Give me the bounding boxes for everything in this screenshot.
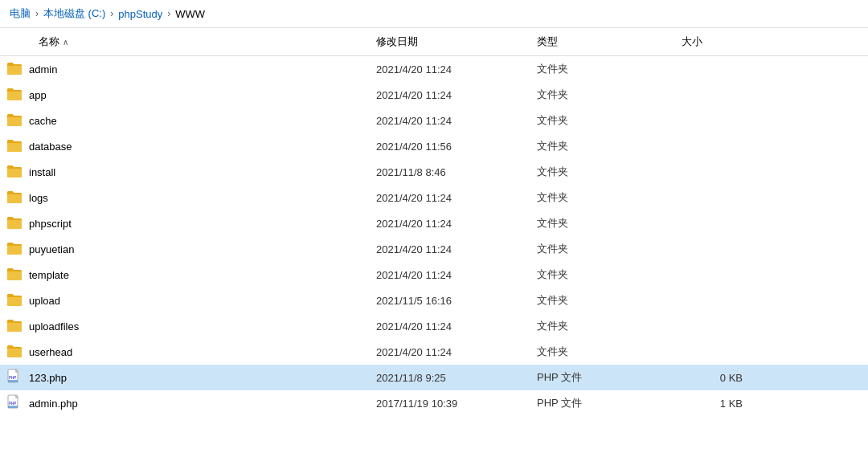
file-name-cell: database — [0, 138, 370, 155]
folder-icon — [6, 61, 23, 78]
file-type: 文件夹 — [530, 267, 675, 282]
php-file-icon: PHP — [6, 394, 23, 413]
breadcrumb-c[interactable]: 本地磁盘 (C:) — [43, 6, 105, 21]
file-size: 0 KB — [675, 372, 755, 384]
file-date: 2021/4/20 11:24 — [370, 269, 530, 281]
file-row[interactable]: upload 2021/11/5 16:16 文件夹 — [0, 288, 868, 313]
col-header-size[interactable]: 大小 — [675, 31, 755, 52]
file-name-cell: PHP 123.php — [0, 369, 370, 387]
folder-icon — [6, 267, 23, 284]
file-date: 2021/11/8 9:25 — [370, 372, 530, 384]
file-type: 文件夹 — [530, 62, 675, 76]
file-name: upload — [29, 295, 60, 307]
file-row[interactable]: database 2021/4/20 11:56 文件夹 — [0, 133, 868, 159]
file-type: 文件夹 — [530, 88, 675, 102]
file-name-cell: logs — [0, 190, 370, 206]
file-type: 文件夹 — [530, 319, 675, 333]
file-row[interactable]: install 2021/11/8 8:46 文件夹 — [0, 159, 868, 185]
file-date: 2021/4/20 11:56 — [370, 141, 530, 153]
file-name-cell: uploadfiles — [0, 318, 370, 335]
col-header-type[interactable]: 类型 — [530, 31, 675, 52]
file-name: userhead — [29, 346, 72, 358]
file-date: 2021/11/8 8:46 — [370, 166, 530, 178]
col-header-name[interactable]: 名称 ∧ — [0, 31, 370, 52]
folder-icon — [6, 292, 23, 309]
folder-icon — [6, 164, 23, 181]
file-name: install — [29, 166, 55, 178]
file-row[interactable]: app 2021/4/20 11:24 文件夹 — [0, 82, 868, 108]
file-date: 2021/4/20 11:24 — [370, 63, 530, 75]
file-date: 2021/4/20 11:24 — [370, 192, 530, 204]
file-row[interactable]: admin 2021/4/20 11:24 文件夹 — [0, 56, 868, 82]
svg-text:PHP: PHP — [9, 376, 16, 380]
sort-arrow-icon: ∧ — [63, 38, 68, 47]
file-date: 2021/11/5 16:16 — [370, 295, 530, 307]
file-name-cell: upload — [0, 292, 370, 309]
svg-text:PHP: PHP — [9, 402, 16, 406]
file-name: database — [29, 141, 72, 153]
file-row[interactable]: phpscript 2021/4/20 11:24 文件夹 — [0, 210, 868, 236]
folder-icon — [6, 215, 23, 232]
php-file-icon: PHP — [6, 369, 23, 387]
file-name-cell: template — [0, 267, 370, 284]
file-name-cell: puyuetian — [0, 241, 370, 258]
file-name: admin — [29, 63, 57, 75]
folder-icon — [6, 138, 23, 155]
breadcrumb-bar: 电脑 › 本地磁盘 (C:) › phpStudy › WWW — [0, 0, 868, 28]
file-explorer: 名称 ∧ 修改日期 类型 大小 admin 2021/4/20 11:24 文件… — [0, 28, 868, 455]
file-row[interactable]: puyuetian 2021/4/20 11:24 文件夹 — [0, 236, 868, 262]
folder-icon — [6, 87, 23, 104]
folder-icon — [6, 190, 23, 206]
file-name-cell: phpscript — [0, 215, 370, 232]
file-date: 2021/4/20 11:24 — [370, 243, 530, 255]
breadcrumb-sep-1: › — [35, 8, 39, 19]
file-type: 文件夹 — [530, 345, 675, 359]
breadcrumb-www: WWW — [175, 8, 205, 20]
svg-rect-5 — [8, 406, 18, 408]
file-name: uploadfiles — [29, 320, 79, 333]
file-row[interactable]: logs 2021/4/20 11:24 文件夹 — [0, 185, 868, 210]
file-type: 文件夹 — [530, 242, 675, 256]
file-date: 2021/4/20 11:24 — [370, 218, 530, 230]
file-row[interactable]: userhead 2021/4/20 11:24 文件夹 — [0, 339, 868, 365]
file-name: admin.php — [29, 398, 78, 410]
file-name-cell: install — [0, 164, 370, 181]
file-name-cell: cache — [0, 112, 370, 129]
file-row[interactable]: template 2021/4/20 11:24 文件夹 — [0, 262, 868, 288]
file-date: 2021/4/20 11:24 — [370, 115, 530, 127]
file-row[interactable]: cache 2021/4/20 11:24 文件夹 — [0, 108, 868, 133]
file-size: 1 KB — [675, 398, 755, 410]
file-name-cell: userhead — [0, 344, 370, 361]
file-date: 2017/11/19 10:39 — [370, 398, 530, 410]
file-row[interactable]: PHP admin.php 2017/11/19 10:39 PHP 文件 1 … — [0, 390, 868, 416]
breadcrumb-sep-3: › — [167, 8, 170, 19]
file-type: 文件夹 — [530, 216, 675, 231]
file-type: 文件夹 — [530, 165, 675, 179]
file-name: logs — [29, 192, 48, 204]
file-name: 123.php — [29, 372, 67, 384]
svg-rect-2 — [8, 380, 18, 382]
file-type: PHP 文件 — [530, 370, 675, 385]
column-headers: 名称 ∧ 修改日期 类型 大小 — [0, 28, 868, 56]
file-name-cell: PHP admin.php — [0, 394, 370, 413]
file-row[interactable]: uploadfiles 2021/4/20 11:24 文件夹 — [0, 313, 868, 339]
file-date: 2021/4/20 11:24 — [370, 89, 530, 101]
folder-icon — [6, 344, 23, 361]
file-list: admin 2021/4/20 11:24 文件夹 app 2021/4/20 … — [0, 56, 868, 455]
col-header-date[interactable]: 修改日期 — [370, 31, 530, 52]
file-date: 2021/4/20 11:24 — [370, 346, 530, 358]
breadcrumb-phpstudy[interactable]: phpStudy — [118, 8, 162, 20]
breadcrumb-sep-2: › — [110, 8, 113, 19]
file-type: PHP 文件 — [530, 396, 675, 410]
file-name: template — [29, 269, 69, 281]
file-row[interactable]: PHP 123.php 2021/11/8 9:25 PHP 文件 0 KB — [0, 365, 868, 390]
folder-icon — [6, 318, 23, 335]
breadcrumb-pc[interactable]: 电脑 — [10, 6, 31, 21]
file-name: puyuetian — [29, 243, 74, 255]
file-name-cell: app — [0, 87, 370, 104]
file-type: 文件夹 — [530, 293, 675, 308]
file-date: 2021/4/20 11:24 — [370, 320, 530, 333]
file-name-cell: admin — [0, 61, 370, 78]
file-name: app — [29, 89, 47, 101]
file-type: 文件夹 — [530, 139, 675, 153]
